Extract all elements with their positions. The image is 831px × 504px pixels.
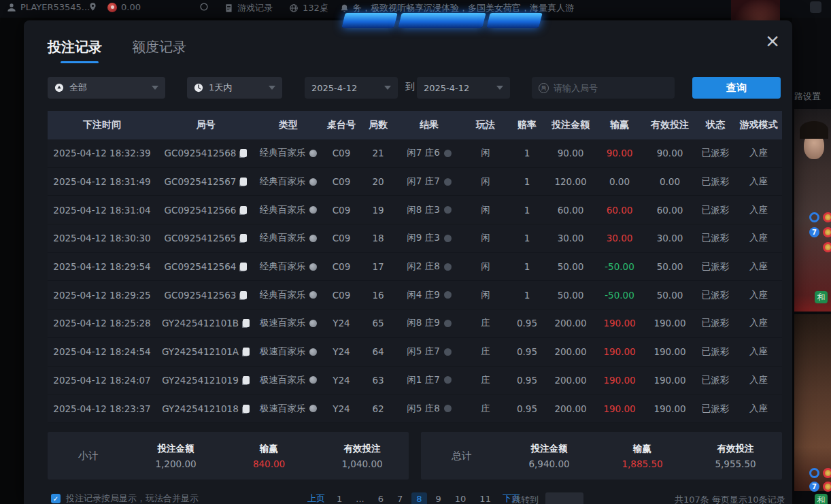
cell-play-type: 闲 xyxy=(463,147,508,159)
page-button[interactable]: 7 xyxy=(392,492,407,504)
table-row[interactable]: 2025-04-12 18:23:37 GY24254121018 极速百家乐 … xyxy=(48,394,782,423)
cell-round-no: 62 xyxy=(361,403,395,414)
copy-icon[interactable] xyxy=(243,348,250,356)
roadmap-bead-banker xyxy=(823,242,831,252)
cell-valid-bet: 50.00 xyxy=(644,290,696,301)
cell-round-id: GY24254121018 xyxy=(156,403,255,414)
close-icon[interactable]: × xyxy=(761,30,784,53)
result-info-icon[interactable] xyxy=(444,206,452,214)
column-header: 类型 xyxy=(255,119,322,131)
page-button[interactable]: 10 xyxy=(450,492,471,504)
bet-records-modal: × 投注记录 额度记录 全部 1天内 2025-4-12 到 2025-4-1 xyxy=(24,20,792,504)
game-record-button[interactable]: 游戏记录 xyxy=(224,2,273,14)
cell-valid-bet: 90.00 xyxy=(644,148,696,158)
table-row[interactable]: 2025-04-12 18:29:25 GC0925412563 经典百家乐 C… xyxy=(48,281,782,309)
page-button[interactable]: 6 xyxy=(373,492,388,504)
display-option[interactable]: ✓ 投注记录按局显示，玩法合并显示 xyxy=(51,492,199,504)
copy-icon[interactable] xyxy=(240,291,247,299)
result-info-icon[interactable] xyxy=(444,405,452,412)
result-info-icon[interactable] xyxy=(444,320,452,327)
cell-bet-time: 2025-04-12 18:31:49 xyxy=(48,176,156,187)
table-count[interactable]: 132桌 xyxy=(289,2,328,14)
jump-page-input[interactable] xyxy=(545,492,583,504)
cell-bet-amount: 200.00 xyxy=(546,318,595,329)
screen: PLAYER53545... 0.00 游戏记录 132桌 务，极致视听畅享沉浸… xyxy=(0,0,831,504)
copy-icon[interactable] xyxy=(243,405,250,413)
cell-winloss: 90.00 xyxy=(595,148,644,158)
cell-bet-time: 2025-04-12 18:31:04 xyxy=(48,205,156,216)
filter-bar: 全部 1天内 2025-4-12 到 2025-4-12 局 查询 xyxy=(24,77,792,99)
result-info-icon[interactable] xyxy=(444,235,452,242)
cell-game-mode: 入座 xyxy=(735,317,782,329)
dealer-video-thumbnail-1[interactable] xyxy=(794,109,831,312)
copy-icon[interactable] xyxy=(243,376,250,384)
cell-valid-bet: 60.00 xyxy=(644,205,696,216)
game-record-label: 游戏记录 xyxy=(237,2,273,14)
cell-valid-bet: 190.00 xyxy=(644,375,696,386)
table-row[interactable]: 2025-04-12 18:25:28 GY2425412101B 极速百家乐 … xyxy=(48,309,782,338)
column-header: 游戏模式 xyxy=(735,119,782,131)
date-from-picker[interactable]: 2025-4-12 xyxy=(305,77,398,99)
cell-game-type: 经典百家乐 xyxy=(255,147,322,159)
table-row[interactable]: 2025-04-12 18:32:39 GC0925412568 经典百家乐 C… xyxy=(48,139,782,168)
table-header-row: 下注时间局号类型桌台号局数结果玩法赔率投注金额输赢有效投注状态游戏模式 xyxy=(48,111,782,139)
category-dropdown[interactable]: 全部 xyxy=(48,77,165,99)
result-info-icon[interactable] xyxy=(444,263,452,271)
cell-game-mode: 入座 xyxy=(735,403,782,415)
game-type-icon xyxy=(309,376,317,384)
copy-icon[interactable] xyxy=(240,178,247,186)
location-pin[interactable] xyxy=(88,2,97,12)
result-info-icon[interactable] xyxy=(444,150,452,157)
date-to-picker[interactable]: 2025-4-12 xyxy=(417,77,510,99)
cell-status: 已派彩 xyxy=(696,204,735,216)
time-range-dropdown[interactable]: 1天内 xyxy=(187,77,282,99)
page-button[interactable]: 1 xyxy=(332,492,347,504)
cell-table-no: C09 xyxy=(322,205,361,216)
balance-display[interactable]: 0.00 xyxy=(107,2,141,12)
chevron-down-icon xyxy=(384,86,391,90)
cell-odds: 1 xyxy=(508,290,546,301)
result-info-icon[interactable] xyxy=(444,291,452,299)
chevron-down-icon xyxy=(269,86,275,90)
cell-bet-amount: 60.00 xyxy=(546,205,595,216)
cell-valid-bet: 50.00 xyxy=(644,261,696,272)
cell-round-id: GC0925412565 xyxy=(156,233,255,243)
copy-icon[interactable] xyxy=(240,206,247,214)
query-button[interactable]: 查询 xyxy=(692,77,781,99)
tab-quota-records[interactable]: 额度记录 xyxy=(132,38,186,63)
result-info-icon[interactable] xyxy=(444,178,452,186)
prev-page-button[interactable]: 上页 xyxy=(305,491,328,504)
dealer-video-thumbnail-2[interactable] xyxy=(794,314,831,491)
cell-bet-time: 2025-04-12 18:32:39 xyxy=(48,148,156,158)
copy-icon[interactable] xyxy=(240,263,247,271)
page-button[interactable]: 8 xyxy=(411,492,426,504)
copy-icon[interactable] xyxy=(240,149,247,157)
cell-game-mode: 入座 xyxy=(735,232,782,244)
page-button[interactable]: 9 xyxy=(431,492,446,504)
road-settings-label[interactable]: 路设置 xyxy=(794,90,821,103)
table-row[interactable]: 2025-04-12 18:24:07 GY24254121019 极速百家乐 … xyxy=(48,367,782,395)
service-icon[interactable] xyxy=(810,1,821,13)
result-info-icon[interactable] xyxy=(444,376,452,384)
tab-bet-records[interactable]: 投注记录 xyxy=(48,38,102,63)
cell-result: 闲2 庄8 xyxy=(395,261,463,273)
refresh-button[interactable] xyxy=(199,2,209,12)
table-row[interactable]: 2025-04-12 18:31:04 GC0925412566 经典百家乐 C… xyxy=(48,196,782,224)
cell-result: 闲5 庄7 xyxy=(395,346,463,358)
copy-icon[interactable] xyxy=(243,319,250,327)
table-row[interactable]: 2025-04-12 18:30:30 GC0925412565 经典百家乐 C… xyxy=(48,224,782,253)
copy-icon[interactable] xyxy=(240,234,247,242)
cell-odds: 1 xyxy=(508,233,546,243)
cell-round-no: 17 xyxy=(361,261,395,272)
table-row[interactable]: 2025-04-12 18:31:49 GC0925412567 经典百家乐 C… xyxy=(48,168,782,197)
round-search-input[interactable] xyxy=(554,83,656,93)
record-icon xyxy=(224,3,233,13)
result-info-icon[interactable] xyxy=(444,348,452,356)
cell-valid-bet: 190.00 xyxy=(644,346,696,357)
table-row[interactable]: 2025-04-12 18:24:54 GY2425412101A 极速百家乐 … xyxy=(48,338,782,367)
checkbox-checked-icon[interactable]: ✓ xyxy=(51,494,61,503)
table-row[interactable]: 2025-04-12 18:29:54 GC0925412564 经典百家乐 C… xyxy=(48,253,782,282)
user-info[interactable]: PLAYER53545... xyxy=(7,2,90,12)
cell-round-no: 18 xyxy=(361,233,395,243)
page-button[interactable]: 11 xyxy=(475,492,496,504)
